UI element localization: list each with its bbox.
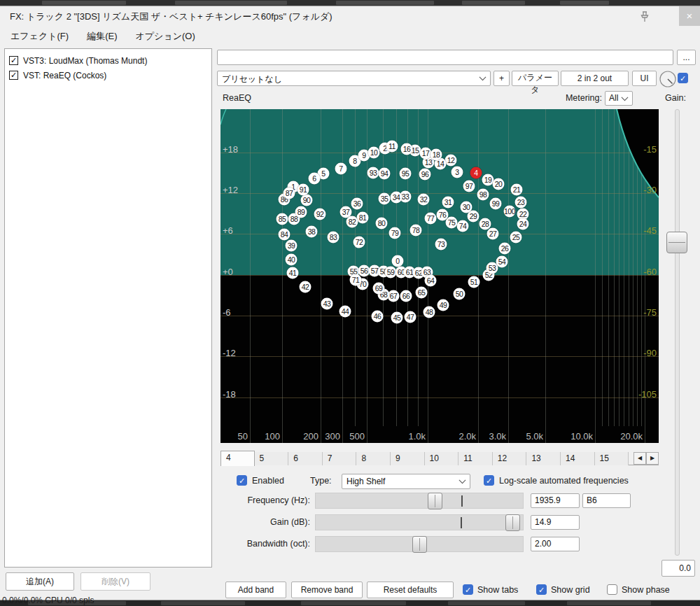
eq-band-point[interactable]: 87	[284, 188, 295, 199]
eq-band-point[interactable]: 76	[437, 209, 449, 221]
eq-band-point[interactable]: 69	[373, 283, 385, 295]
checkbox-show-phase[interactable]	[607, 584, 617, 595]
band-note-input[interactable]: B6	[582, 493, 631, 508]
eq-band-point[interactable]: 81	[357, 212, 369, 224]
band-value-input[interactable]: 1935.9	[531, 493, 580, 508]
eq-band-point[interactable]: 73	[435, 239, 447, 251]
eq-band-point[interactable]: 72	[354, 237, 365, 248]
wet-dry-knob[interactable]	[659, 70, 677, 88]
eq-band-point[interactable]: 0	[392, 255, 404, 267]
band-tab-4[interactable]: 4	[220, 451, 255, 466]
output-gain-slider[interactable]	[675, 109, 680, 556]
eq-band-point[interactable]: 35	[379, 193, 391, 205]
add-fx-button[interactable]: 追加(A)	[6, 572, 74, 591]
eq-band-point[interactable]: 3	[451, 167, 463, 178]
eq-band-point[interactable]: 24	[517, 218, 529, 230]
fx-enable-checkbox[interactable]: ✓	[9, 56, 18, 65]
fx-list-panel[interactable]: ✓VST3: LoudMax (Thomas Mundt)✓VST: ReaEQ…	[4, 48, 212, 568]
eq-band-point[interactable]: 51	[468, 276, 480, 288]
eq-band-point[interactable]: 64	[425, 275, 437, 287]
band-slider-track[interactable]	[315, 514, 524, 530]
eq-band-point[interactable]: 97	[463, 181, 475, 192]
output-gain-slider-thumb[interactable]	[666, 232, 687, 253]
band-slider-track[interactable]	[315, 536, 524, 552]
eq-band-point[interactable]: 20	[493, 178, 505, 190]
eq-band-point[interactable]: 79	[389, 227, 401, 239]
eq-band-point[interactable]: 10	[368, 147, 380, 159]
menu-item-2[interactable]: オプション(O)	[126, 30, 204, 43]
eq-band-point[interactable]: 43	[321, 298, 333, 310]
eq-band-point[interactable]: 6	[309, 173, 321, 185]
save-preset-button[interactable]: +	[493, 71, 510, 86]
eq-band-point[interactable]: 84	[279, 229, 290, 241]
band-tab-5[interactable]: 5	[255, 452, 289, 465]
preset-dropdown[interactable]: プリセットなし	[217, 71, 491, 86]
remove-fx-button[interactable]: 削除(V)	[80, 572, 150, 591]
band-type-dropdown[interactable]: High Shelf	[342, 474, 470, 489]
tabs-scroll-right-button[interactable]: ▶	[646, 452, 659, 465]
eq-band-point[interactable]: 11	[386, 141, 398, 153]
band-slider-handle[interactable]	[505, 514, 520, 531]
eq-band-point[interactable]: 50	[454, 288, 465, 300]
band-tab-6[interactable]: 6	[288, 452, 323, 465]
close-button[interactable]: ×	[679, 6, 700, 26]
eq-band-point[interactable]: 18	[430, 149, 442, 161]
eq-band-point[interactable]: 90	[301, 195, 313, 206]
band-tab-13[interactable]: 13	[526, 452, 561, 465]
eq-band-point[interactable]: 40	[286, 254, 298, 266]
eq-band-point[interactable]: 46	[372, 311, 384, 323]
eq-band-point[interactable]: 82	[346, 216, 358, 228]
eq-band-point[interactable]: 21	[511, 184, 523, 196]
button-remove-band[interactable]: Remove band	[291, 582, 363, 598]
eq-band-point[interactable]: 39	[286, 240, 298, 252]
eq-band-point[interactable]: 27	[487, 228, 499, 240]
eq-band-point[interactable]: 92	[314, 209, 326, 220]
menu-item-1[interactable]: 編集(E)	[78, 30, 126, 43]
eq-band-point[interactable]: 32	[418, 194, 430, 206]
fx-enable-checkbox[interactable]: ✓	[9, 71, 18, 80]
band-slider-handle[interactable]	[412, 536, 427, 553]
eq-band-point[interactable]: 77	[425, 213, 437, 225]
eq-band-point[interactable]: 30	[461, 202, 472, 213]
band-slider-handle[interactable]	[428, 493, 442, 509]
eq-band-point[interactable]: 96	[419, 169, 431, 181]
eq-band-point[interactable]: 31	[442, 197, 454, 209]
eq-band-point[interactable]: 80	[376, 218, 388, 230]
fx-list-item[interactable]: ✓VST: ReaEQ (Cockos)	[5, 68, 211, 83]
io-button[interactable]: 2 in 2 out	[561, 71, 629, 86]
eq-band-point[interactable]: 48	[424, 306, 435, 318]
eq-band-point[interactable]: 74	[457, 220, 469, 232]
eq-band-point[interactable]: 42	[300, 281, 312, 293]
eq-band-point[interactable]: 38	[306, 226, 318, 238]
eq-band-point[interactable]: 78	[410, 225, 422, 237]
eq-band-point-selected[interactable]: 4	[470, 167, 482, 179]
band-tab-14[interactable]: 14	[561, 452, 595, 465]
band-tab-12[interactable]: 12	[493, 452, 527, 465]
eq-band-point[interactable]: 83	[328, 232, 340, 244]
fx-list-item[interactable]: ✓VST3: LoudMax (Thomas Mundt)	[5, 53, 211, 68]
ui-button[interactable]: UI	[632, 71, 657, 86]
eq-band-point[interactable]: 49	[438, 300, 449, 311]
band-tab-11[interactable]: 11	[458, 452, 493, 465]
metering-dropdown[interactable]: All	[605, 91, 633, 106]
band-tab-10[interactable]: 10	[425, 452, 459, 465]
band-tab-15[interactable]: 15	[595, 452, 629, 465]
eq-graph[interactable]: +18+12+6+0-6-12-18-15-30-45-60-75-90-105…	[220, 109, 659, 443]
band-value-input[interactable]: 2.00	[531, 537, 580, 551]
eq-band-point[interactable]: 25	[510, 232, 522, 244]
eq-band-point[interactable]: 75	[446, 217, 458, 229]
eq-band-point[interactable]: 54	[496, 256, 508, 268]
output-gain-value[interactable]: 0.0	[662, 560, 695, 577]
eq-band-point[interactable]: 36	[351, 198, 363, 210]
eq-band-point[interactable]: 23	[515, 197, 527, 209]
button-add-band[interactable]: Add band	[225, 582, 286, 598]
band-slider-track[interactable]	[315, 493, 524, 509]
eq-band-point[interactable]: 94	[379, 168, 391, 180]
titlebar[interactable]: FX: トラック 2 "[3DS] リズム天国 ザ・ベスト+ チキンレース60f…	[0, 6, 700, 26]
more-button[interactable]: ...	[677, 50, 696, 65]
eq-band-point[interactable]: 85	[276, 213, 288, 225]
eq-band-point[interactable]: 45	[391, 312, 403, 324]
eq-band-point[interactable]: 28	[479, 218, 491, 230]
pin-icon[interactable]	[637, 9, 652, 24]
eq-band-point[interactable]: 66	[400, 290, 412, 302]
